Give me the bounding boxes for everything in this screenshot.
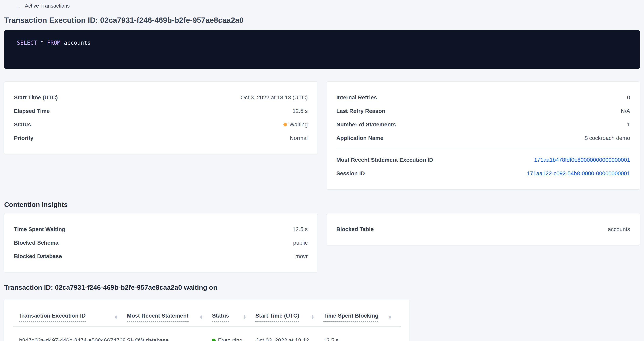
kv-row-status: Status Waiting <box>14 118 308 131</box>
kv-label: Session ID <box>336 170 365 177</box>
waiting-on-table: Transaction Execution ID ▲▼ Most Recent … <box>4 300 410 341</box>
status-text: Executing <box>218 337 242 341</box>
sql-table-name: accounts <box>64 39 91 46</box>
kv-label: Number of Statements <box>336 121 396 128</box>
sql-keyword-select: SELECT <box>17 39 37 46</box>
status-waiting-dot-icon <box>284 123 287 126</box>
kv-row-application-name: Application Name $ cockroach demo <box>336 131 630 145</box>
kv-row-start-time: Start Time (UTC) Oct 3, 2022 at 18:13 (U… <box>14 91 308 104</box>
kv-row-time-spent-waiting: Time Spent Waiting 12.5 s <box>14 223 308 236</box>
kv-row-last-retry-reason: Last Retry Reason N/A <box>336 104 630 118</box>
status-executing-dot-icon <box>212 339 216 341</box>
kv-row-number-of-statements: Number of Statements 1 <box>336 118 630 131</box>
column-header-label[interactable]: Start Time (UTC) <box>255 313 299 322</box>
kv-label: Most Recent Statement Execution ID <box>336 157 433 163</box>
sql-statement-box: SELECT * FROM accounts <box>4 30 640 69</box>
kv-row-elapsed-time: Elapsed Time 12.5 s <box>14 104 308 118</box>
transaction-execution-details-page: ← Active Transactions Transaction Execut… <box>0 0 644 341</box>
cell-start-time: Oct 03, 2022 at 18:12 <box>255 337 324 341</box>
sql-keyword-from: FROM <box>47 39 60 46</box>
kv-label: Application Name <box>336 135 383 141</box>
column-header-most-recent-statement: Most Recent Statement ▲▼ <box>127 313 212 322</box>
column-header-transaction-execution-id: Transaction Execution ID ▲▼ <box>13 313 127 322</box>
cell-most-recent-statement: SHOW database <box>127 337 212 341</box>
column-header-start-time: Start Time (UTC) ▲▼ <box>255 313 324 322</box>
breadcrumb-label[interactable]: Active Transactions <box>25 3 70 9</box>
overview-card-right: Internal Retries 0 Last Retry Reason N/A… <box>326 81 640 190</box>
sort-icon[interactable]: ▲▼ <box>243 315 246 319</box>
kv-label: Blocked Database <box>14 253 62 260</box>
sql-star-operator: * <box>40 39 44 46</box>
kv-label: Blocked Schema <box>14 240 58 246</box>
breadcrumb[interactable]: ← Active Transactions <box>4 2 640 9</box>
contention-cards-row: Time Spent Waiting 12.5 s Blocked Schema… <box>4 213 640 273</box>
kv-label: Status <box>14 121 31 128</box>
kv-label: Blocked Table <box>336 226 374 233</box>
kv-row-blocked-schema: Blocked Schema public <box>14 236 308 250</box>
column-header-label[interactable]: Status <box>212 313 229 322</box>
sort-icon[interactable]: ▲▼ <box>200 315 203 319</box>
status-text: Waiting <box>290 121 308 128</box>
kv-row-internal-retries: Internal Retries 0 <box>336 91 630 104</box>
column-header-status: Status ▲▼ <box>212 313 255 322</box>
cell-status: Executing <box>212 337 255 341</box>
session-id-link[interactable]: 171aa122-c092-54b8-0000-00000000001 <box>527 170 630 177</box>
table-header-row: Transaction Execution ID ▲▼ Most Recent … <box>13 305 401 327</box>
column-header-label[interactable]: Transaction Execution ID <box>19 313 86 322</box>
cell-transaction-execution-id: b8d7d03a-d497-446b-8474-e50846674768 <box>13 337 127 341</box>
statement-execution-id-link[interactable]: 171aa1b478fdf0e80000000000000001 <box>534 157 630 163</box>
kv-label: Priority <box>14 135 34 141</box>
column-header-label[interactable]: Most Recent Statement <box>127 313 188 322</box>
kv-value: $ cockroach demo <box>584 135 630 141</box>
kv-value: 12.5 s <box>292 108 308 114</box>
waiting-on-heading: Transaction ID: 02ca7931-f246-469b-b2fe-… <box>4 284 640 291</box>
contention-insights-heading: Contention Insights <box>4 201 640 208</box>
card-divider <box>336 149 630 149</box>
sort-icon[interactable]: ▲▼ <box>114 315 118 319</box>
kv-value: 1 <box>627 121 630 128</box>
sql-statement-text: SELECT * FROM accounts <box>17 39 91 46</box>
kv-row-blocked-table: Blocked Table accounts <box>336 223 630 236</box>
kv-value: movr <box>295 253 308 260</box>
sort-icon[interactable]: ▲▼ <box>311 315 314 319</box>
overview-cards-row: Start Time (UTC) Oct 3, 2022 at 18:13 (U… <box>4 81 640 190</box>
overview-card-left: Start Time (UTC) Oct 3, 2022 at 18:13 (U… <box>4 81 318 154</box>
kv-value: Normal <box>290 135 308 141</box>
table-row: b8d7d03a-d497-446b-8474-e50846674768 SHO… <box>13 327 401 341</box>
contention-card-right: Blocked Table accounts <box>326 213 640 245</box>
kv-label: Elapsed Time <box>14 108 50 114</box>
kv-row-session-id: Session ID 171aa122-c092-54b8-0000-00000… <box>336 167 630 180</box>
kv-label: Last Retry Reason <box>336 108 385 114</box>
cell-time-spent-blocking: 12.5 s <box>324 337 401 341</box>
column-header-label[interactable]: Time Spent Blocking <box>324 313 378 322</box>
column-header-time-spent-blocking: Time Spent Blocking ▲▼ <box>324 313 401 322</box>
kv-value: accounts <box>608 226 630 233</box>
kv-value: N/A <box>621 108 630 114</box>
sort-icon[interactable]: ▲▼ <box>388 315 392 319</box>
kv-label: Internal Retries <box>336 94 377 101</box>
kv-label: Start Time (UTC) <box>14 94 58 101</box>
kv-value: 0 <box>627 94 630 101</box>
contention-card-left: Time Spent Waiting 12.5 s Blocked Schema… <box>4 213 318 273</box>
kv-row-priority: Priority Normal <box>14 131 308 145</box>
status-badge: Waiting <box>284 121 308 128</box>
kv-row-statement-execution-id: Most Recent Statement Execution ID 171aa… <box>336 153 630 167</box>
kv-value: public <box>293 240 308 246</box>
kv-label: Time Spent Waiting <box>14 226 65 233</box>
kv-value: Oct 3, 2022 at 18:13 (UTC) <box>240 94 308 101</box>
kv-row-blocked-database: Blocked Database movr <box>14 250 308 263</box>
kv-value: 12.5 s <box>292 226 308 233</box>
page-title: Transaction Execution ID: 02ca7931-f246-… <box>4 16 640 25</box>
back-arrow-icon[interactable]: ← <box>15 3 21 9</box>
